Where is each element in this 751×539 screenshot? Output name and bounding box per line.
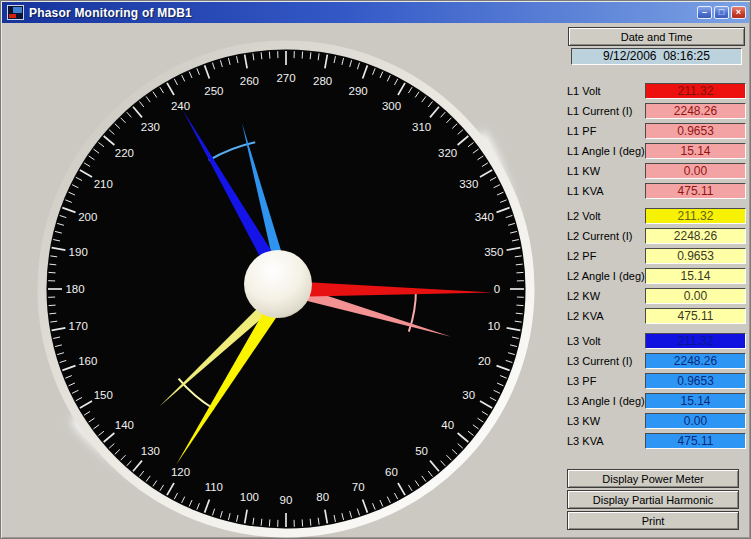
- phase-group-l1: L1 Volt211.32L1 Current (I)2248.26L1 PF0…: [561, 83, 751, 203]
- reading-value: 0.9653: [645, 373, 746, 389]
- svg-text:40: 40: [441, 419, 454, 431]
- app-window: Phasor Monitoring of MDB1 – □ × 01020304…: [0, 0, 751, 539]
- dial-center-sphere: [244, 250, 312, 318]
- svg-text:210: 210: [94, 178, 113, 190]
- svg-text:290: 290: [349, 85, 368, 97]
- phasor-dial: 0102030405060708090100110120130140150160…: [22, 25, 550, 539]
- date-and-time-button[interactable]: Date and Time: [568, 27, 745, 46]
- phase-group-l3: L3 Volt211.32L3 Current (I)2248.26L3 PF0…: [561, 333, 751, 453]
- display-partial-harmonic-button[interactable]: Display Partial Harmonic: [567, 490, 739, 509]
- phase-group-l2: L2 Volt211.32L2 Current (I)2248.26L2 PF0…: [561, 208, 751, 328]
- close-button[interactable]: ×: [731, 6, 746, 19]
- title-bar: Phasor Monitoring of MDB1 – □ ×: [2, 2, 749, 23]
- app-icon: [7, 5, 24, 20]
- reading-row: L3 KVA475.11: [561, 433, 751, 453]
- svg-text:130: 130: [141, 445, 160, 457]
- svg-text:60: 60: [385, 466, 398, 478]
- svg-text:20: 20: [478, 355, 491, 367]
- svg-text:330: 330: [459, 178, 478, 190]
- reading-row: L2 Angle I (deg)15.14: [561, 268, 751, 288]
- reading-value: 0.00: [645, 288, 746, 304]
- reading-row: L2 PF0.9653: [561, 248, 751, 268]
- svg-text:100: 100: [240, 491, 259, 503]
- svg-text:190: 190: [69, 246, 88, 258]
- svg-text:150: 150: [94, 389, 113, 401]
- reading-row: L2 KW0.00: [561, 288, 751, 308]
- svg-text:310: 310: [412, 121, 431, 133]
- reading-label: L1 Volt: [567, 85, 601, 97]
- reading-label: L3 Angle I (deg): [567, 395, 645, 407]
- reading-row: L1 PF0.9653: [561, 123, 751, 143]
- reading-value: 2248.26: [645, 353, 746, 369]
- window-title: Phasor Monitoring of MDB1: [29, 6, 697, 20]
- reading-row: L2 Volt211.32: [561, 208, 751, 228]
- reading-value: 211.32: [645, 83, 746, 99]
- reading-label: L1 Angle I (deg): [567, 145, 645, 157]
- reading-row: L1 KW0.00: [561, 163, 751, 183]
- reading-row: L1 Angle I (deg)15.14: [561, 143, 751, 163]
- svg-text:50: 50: [415, 445, 428, 457]
- svg-text:90: 90: [280, 494, 293, 506]
- svg-text:230: 230: [141, 121, 160, 133]
- reading-row: L3 Volt211.32: [561, 333, 751, 353]
- reading-label: L1 PF: [567, 125, 596, 137]
- reading-label: L3 Current (I): [567, 355, 632, 367]
- svg-text:110: 110: [205, 481, 223, 493]
- reading-value: 15.14: [645, 268, 746, 284]
- reading-row: L2 KVA475.11: [561, 308, 751, 328]
- svg-text:160: 160: [78, 355, 97, 367]
- reading-label: L2 Angle I (deg): [567, 270, 645, 282]
- svg-text:140: 140: [115, 419, 134, 431]
- svg-text:260: 260: [240, 75, 259, 87]
- svg-text:270: 270: [276, 72, 295, 84]
- reading-row: L3 KW0.00: [561, 413, 751, 433]
- reading-value: 0.00: [645, 413, 746, 429]
- svg-text:250: 250: [204, 85, 223, 97]
- svg-text:320: 320: [438, 147, 457, 159]
- reading-label: L2 KVA: [567, 310, 604, 322]
- svg-text:0: 0: [494, 283, 500, 295]
- svg-text:10: 10: [487, 320, 500, 332]
- reading-row: L1 Current (I)2248.26: [561, 103, 751, 123]
- reading-row: L1 KVA475.11: [561, 183, 751, 203]
- minimize-button[interactable]: –: [697, 6, 712, 19]
- reading-label: L2 Current (I): [567, 230, 632, 242]
- reading-row: L2 Current (I)2248.26: [561, 228, 751, 248]
- svg-text:70: 70: [352, 481, 365, 493]
- svg-text:240: 240: [171, 100, 190, 112]
- reading-label: L2 PF: [567, 250, 596, 262]
- reading-label: L3 KW: [567, 415, 600, 427]
- reading-value: 475.11: [645, 183, 746, 199]
- reading-value: 0.9653: [645, 123, 746, 139]
- display-power-meter-button[interactable]: Display Power Meter: [567, 469, 739, 488]
- svg-text:280: 280: [313, 75, 332, 87]
- window-controls: – □ ×: [697, 6, 746, 19]
- reading-value: 0.9653: [645, 248, 746, 264]
- reading-label: L1 KW: [567, 165, 600, 177]
- svg-text:170: 170: [69, 320, 88, 332]
- reading-value: 0.00: [645, 163, 746, 179]
- reading-value: 15.14: [645, 393, 746, 409]
- reading-value: 2248.26: [645, 228, 746, 244]
- maximize-button[interactable]: □: [714, 6, 729, 19]
- reading-value: 211.32: [645, 333, 746, 349]
- print-button[interactable]: Print: [567, 511, 739, 530]
- reading-label: L2 Volt: [567, 210, 601, 222]
- reading-row: L3 Current (I)2248.26: [561, 353, 751, 373]
- reading-label: L2 KW: [567, 290, 600, 302]
- reading-label: L3 Volt: [567, 335, 601, 347]
- reading-value: 2248.26: [645, 103, 746, 119]
- reading-row: L3 Angle I (deg)15.14: [561, 393, 751, 413]
- reading-row: L3 PF0.9653: [561, 373, 751, 393]
- reading-label: L3 KVA: [567, 435, 604, 447]
- reading-value: 475.11: [645, 433, 746, 449]
- app-icon-detail: [13, 7, 22, 13]
- reading-value: 15.14: [645, 143, 746, 159]
- phasor-dial-svg: 0102030405060708090100110120130140150160…: [22, 25, 550, 539]
- svg-text:200: 200: [78, 211, 97, 223]
- svg-text:30: 30: [462, 389, 475, 401]
- svg-text:300: 300: [382, 100, 401, 112]
- reading-row: L1 Volt211.32: [561, 83, 751, 103]
- date-time-value: 9/12/2006 08:16:25: [571, 48, 742, 65]
- svg-text:80: 80: [316, 491, 329, 503]
